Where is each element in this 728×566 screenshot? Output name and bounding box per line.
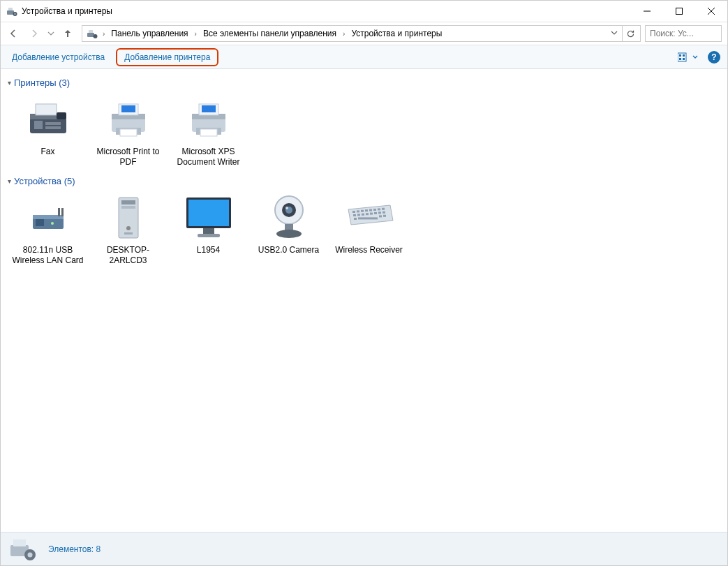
svg-rect-6 (89, 30, 93, 33)
svg-rect-23 (121, 105, 135, 112)
printer-icon (106, 100, 151, 139)
svg-rect-54 (357, 210, 359, 212)
breadcrumb-dropdown[interactable] (607, 29, 622, 38)
devices-printers-icon (6, 6, 17, 17)
chevron-right-icon[interactable]: › (101, 30, 107, 38)
svg-rect-36 (61, 208, 64, 216)
svg-rect-60 (382, 208, 385, 210)
chevron-right-icon[interactable]: › (341, 30, 347, 38)
up-button[interactable] (58, 24, 77, 43)
close-button[interactable] (695, 1, 727, 22)
svg-point-37 (51, 222, 54, 225)
device-label: Microsoft XPS Document Writer (170, 147, 247, 167)
titlebar: Устройства и принтеры (1, 1, 727, 22)
svg-rect-18 (45, 122, 61, 125)
svg-rect-12 (683, 58, 685, 60)
search-input[interactable] (645, 25, 722, 42)
device-item-xps-writer[interactable]: Microsoft XPS Document Writer (168, 91, 248, 172)
svg-rect-10 (683, 54, 685, 57)
device-label: L1954 (170, 245, 247, 255)
view-options-button[interactable] (678, 52, 698, 62)
pc-tower-icon (106, 193, 151, 242)
svg-rect-19 (45, 126, 61, 129)
keyboard-icon (344, 201, 394, 234)
webcam-icon (269, 193, 309, 242)
content-area: ▾ Принтеры (3) Fax (1, 69, 727, 532)
svg-rect-70 (358, 217, 378, 219)
svg-rect-11 (679, 58, 681, 60)
svg-rect-9 (679, 54, 681, 57)
add-device-button[interactable]: Добавление устройства (8, 50, 109, 65)
command-bar: Добавление устройства Добавление принтер… (1, 45, 727, 69)
svg-point-76 (28, 552, 33, 557)
svg-rect-34 (36, 219, 44, 226)
svg-rect-8 (678, 53, 686, 61)
device-label: USB2.0 Camera (250, 245, 327, 255)
svg-rect-59 (378, 208, 380, 210)
svg-rect-74 (13, 539, 26, 546)
device-label: 802.11n USB Wireless LAN Card (9, 245, 87, 266)
chevron-down-icon (692, 54, 698, 60)
svg-rect-67 (378, 211, 381, 214)
devices-items: 802.11n USB Wireless LAN Card DESKTOP-2A… (8, 189, 720, 270)
svg-rect-62 (357, 214, 360, 216)
svg-rect-71 (379, 215, 382, 217)
device-label: Wireless Receiver (330, 245, 408, 255)
breadcrumb[interactable]: › Панель управления › Все элементы панел… (82, 25, 641, 42)
group-title: Принтеры (3) (14, 77, 70, 88)
svg-rect-68 (382, 211, 385, 214)
help-button[interactable]: ? (708, 51, 720, 64)
fax-icon (26, 100, 70, 139)
device-label: Fax (9, 147, 87, 157)
device-item-desktop[interactable]: DESKTOP-2ARLCD3 (88, 189, 168, 270)
minimize-button[interactable] (631, 1, 663, 22)
chevron-down-icon: ▾ (8, 177, 11, 185)
breadcrumb-seg-1[interactable]: Все элементы панели управления (199, 26, 341, 41)
back-button[interactable] (3, 24, 23, 43)
svg-rect-58 (373, 209, 376, 211)
device-item-receiver[interactable]: Wireless Receiver (329, 189, 409, 270)
recent-locations-button[interactable] (45, 24, 57, 43)
svg-rect-72 (383, 215, 386, 217)
svg-rect-42 (124, 232, 133, 234)
svg-point-3 (14, 13, 15, 15)
svg-rect-56 (365, 209, 368, 211)
svg-rect-55 (361, 210, 364, 212)
svg-rect-15 (36, 104, 57, 115)
breadcrumb-seg-2[interactable]: Устройства и принтеры (347, 26, 446, 41)
device-item-monitor[interactable]: L1954 (168, 189, 248, 270)
breadcrumb-seg-0[interactable]: Панель управления (107, 26, 192, 41)
svg-rect-64 (366, 213, 369, 215)
chevron-right-icon[interactable]: › (193, 30, 199, 38)
svg-rect-25 (120, 129, 137, 136)
svg-rect-46 (198, 234, 220, 237)
status-text: Элементов: 8 (48, 544, 101, 554)
window-title: Устройства и принтеры (22, 6, 112, 16)
svg-rect-29 (202, 105, 216, 112)
add-printer-button[interactable]: Добавление принтера (116, 48, 218, 66)
group-header-devices[interactable]: ▾ Устройства (5) (8, 172, 720, 189)
svg-rect-66 (374, 212, 377, 214)
device-item-fax[interactable]: Fax (8, 91, 88, 172)
device-item-print-pdf[interactable]: Microsoft Print to PDF (88, 91, 168, 172)
device-item-wifi-card[interactable]: 802.11n USB Wireless LAN Card (8, 189, 88, 270)
device-label: Microsoft Print to PDF (89, 147, 167, 167)
chevron-down-icon: ▾ (8, 79, 11, 87)
navigation-bar: › Панель управления › Все элементы панел… (1, 22, 727, 45)
refresh-button[interactable] (622, 25, 639, 42)
maximize-button[interactable] (663, 1, 695, 22)
svg-rect-39 (121, 200, 135, 204)
svg-rect-4 (676, 8, 683, 15)
status-bar: Элементов: 8 (1, 532, 727, 565)
svg-rect-57 (369, 209, 372, 211)
device-label: DESKTOP-2ARLCD3 (89, 245, 167, 266)
device-item-camera[interactable]: USB2.0 Camera (248, 189, 329, 270)
svg-point-7 (94, 34, 98, 38)
svg-rect-53 (352, 211, 355, 213)
printers-items: Fax Microsoft Print to PDF (8, 91, 720, 172)
group-header-printers[interactable]: ▾ Принтеры (3) (8, 73, 720, 91)
svg-rect-44 (188, 200, 229, 226)
forward-button[interactable] (24, 24, 44, 43)
search-field[interactable] (648, 28, 718, 39)
svg-rect-63 (362, 214, 364, 216)
